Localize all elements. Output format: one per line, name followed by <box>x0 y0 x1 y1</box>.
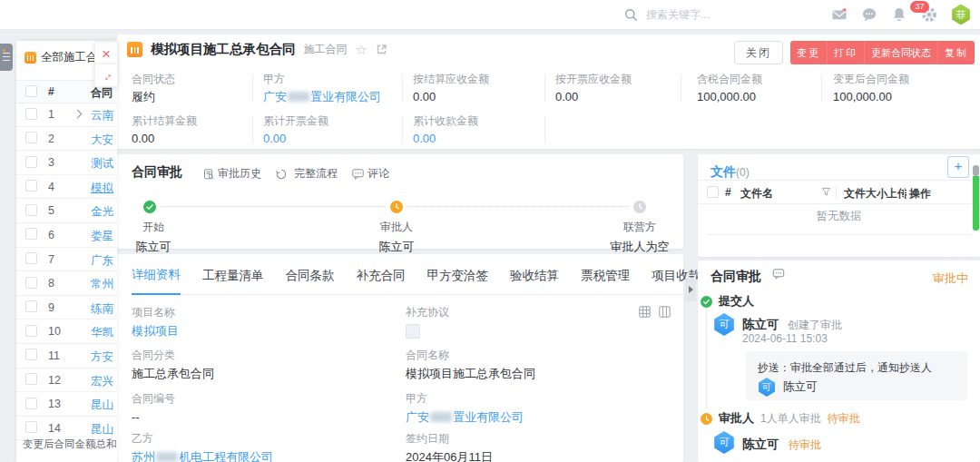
contract-row[interactable]: 3测试 <box>16 151 117 175</box>
field-cum-invoice: 累计开票金额 0.00 <box>263 114 328 145</box>
tab-detail-info[interactable]: 详细资料 <box>132 267 181 295</box>
supplement-checkbox[interactable] <box>406 324 420 339</box>
print-button[interactable]: 打印 <box>827 41 864 64</box>
divider <box>904 186 905 199</box>
field-party-a: 甲方 广安置业有限公司 <box>263 73 381 103</box>
favorite-star-icon[interactable] <box>356 42 368 58</box>
contract-link[interactable]: 昆山 <box>91 422 113 437</box>
submitter-avatar: 可 <box>713 313 735 336</box>
row-checkbox[interactable] <box>25 108 37 120</box>
row-expander-icon[interactable] <box>74 110 83 119</box>
files-select-all-checkbox[interactable] <box>707 186 719 198</box>
close-button[interactable]: 关闭 <box>734 41 783 64</box>
row-checkbox[interactable] <box>25 349 37 360</box>
open-external-icon[interactable] <box>376 44 387 55</box>
comment-link[interactable]: 评论 <box>352 166 389 182</box>
party-a-link[interactable]: 广安置业有限公司 <box>406 410 524 424</box>
divider <box>402 116 403 143</box>
submitter-time: 2024-06-11 15:03 <box>742 332 828 345</box>
table-view-icon[interactable] <box>639 306 651 318</box>
contract-link[interactable]: 测试 <box>91 156 113 172</box>
contract-link[interactable]: 常州 <box>91 277 113 292</box>
cum-invoice-link[interactable]: 0.00 <box>263 132 328 145</box>
contract-row[interactable]: 7广东 <box>16 248 117 272</box>
tab-boq[interactable]: 工程量清单 <box>202 268 264 294</box>
contract-row[interactable]: 2大安 <box>16 127 117 152</box>
contract-link[interactable]: 大安 <box>91 133 113 148</box>
contract-row[interactable]: 12宏兴 <box>16 369 117 393</box>
row-checkbox[interactable] <box>25 228 37 240</box>
tab-terms[interactable]: 合同条款 <box>286 268 335 294</box>
contract-row[interactable]: 13昆山 <box>16 392 117 417</box>
column-view-icon[interactable] <box>659 306 671 318</box>
contract-type-tag: 施工合同 <box>304 42 348 57</box>
filter-funnel-icon[interactable] <box>821 187 831 197</box>
mail-icon[interactable] <box>831 6 848 23</box>
row-checkbox[interactable] <box>25 277 37 289</box>
row-checkbox[interactable] <box>25 156 37 168</box>
page-title: 模拟项目施工总承包合同 <box>151 41 296 58</box>
divider <box>821 74 822 102</box>
contract-row[interactable]: 11方安 <box>16 344 117 369</box>
contract-row[interactable]: 10华凯 <box>16 319 117 344</box>
row-checkbox[interactable] <box>25 421 37 433</box>
chat-icon[interactable] <box>861 6 877 23</box>
row-checkbox[interactable] <box>25 204 37 216</box>
tab-invoice-tax[interactable]: 票税管理 <box>581 268 630 294</box>
add-file-button[interactable]: + <box>947 156 969 178</box>
party-b-link[interactable]: 苏州机电工程有限公司 <box>132 450 273 462</box>
full-flow-link[interactable]: 完整流程 <box>276 166 338 182</box>
row-checkbox[interactable] <box>25 300 37 312</box>
divider <box>836 186 837 199</box>
party-a-link[interactable]: 广安置业有限公司 <box>263 90 381 103</box>
row-checkbox[interactable] <box>25 373 37 385</box>
contract-link[interactable]: 宏兴 <box>91 374 113 389</box>
contract-row[interactable]: 6娄星 <box>16 223 117 248</box>
sidebar-collapse-handle[interactable] <box>0 44 13 71</box>
scrollbar[interactable] <box>973 162 979 234</box>
contract-link[interactable]: 练南 <box>91 301 113 317</box>
global-search-input[interactable]: 搜索关键字... <box>624 0 710 29</box>
check-circle-icon <box>701 296 712 308</box>
contract-link[interactable]: 娄星 <box>91 229 113 244</box>
contract-row[interactable]: 9练南 <box>16 296 117 320</box>
contract-link[interactable]: 昆山 <box>91 398 113 413</box>
scrollbar-thumb[interactable] <box>973 176 979 231</box>
row-checkbox[interactable] <box>25 180 37 192</box>
files-empty-state: 暂无数据 <box>698 209 980 224</box>
approval-history-link[interactable]: 审批历史 <box>203 166 261 182</box>
tab-acceptance[interactable]: 验收结算 <box>510 268 559 294</box>
scrollbar-segment[interactable] <box>973 165 979 176</box>
contract-link[interactable]: 模拟 <box>91 181 113 196</box>
contract-link[interactable]: 方安 <box>91 349 113 365</box>
row-checkbox[interactable] <box>25 398 37 409</box>
close-panel-button[interactable] <box>94 42 118 65</box>
contract-link[interactable]: 云南 <box>91 108 113 123</box>
contract-row[interactable]: 1云南 <box>16 103 117 127</box>
expand-panel-button[interactable] <box>94 64 118 87</box>
update-status-button[interactable]: 更新合同状态 <box>864 41 937 64</box>
app-window: 搜索关键字... 37 菲 全部施工合同 # <box>0 0 980 462</box>
contract-link[interactable]: 广东 <box>91 253 113 269</box>
tab-supplement[interactable]: 补充合同 <box>357 268 406 294</box>
contract-row[interactable]: 5金光 <box>16 199 117 223</box>
avatar[interactable]: 菲 <box>951 5 971 25</box>
project-link[interactable]: 模拟项目 <box>132 324 179 338</box>
redacted-text <box>156 452 178 462</box>
bell-icon[interactable] <box>891 6 907 23</box>
row-checkbox[interactable] <box>25 325 37 337</box>
change-button[interactable]: 变更 <box>790 41 827 64</box>
select-all-checkbox[interactable] <box>25 85 37 97</box>
contract-row[interactable]: 8常州 <box>16 271 117 296</box>
copy-button[interactable]: 复制 <box>937 41 975 64</box>
panel-collapse-handle[interactable] <box>685 278 696 301</box>
row-checkbox[interactable] <box>25 132 37 143</box>
row-checkbox[interactable] <box>25 252 37 264</box>
contract-link[interactable]: 金光 <box>91 204 113 220</box>
comment-icon[interactable] <box>772 269 785 280</box>
contract-row-selected[interactable]: 4模拟 <box>16 175 117 200</box>
contract-link[interactable]: 华凯 <box>91 325 113 340</box>
tab-party-a-change[interactable]: 甲方变洽签 <box>427 268 489 294</box>
field-contract-name: 合同名称 模拟项目施工总承包合同 <box>406 349 535 380</box>
cum-receipt-link[interactable]: 0.00 <box>413 132 478 145</box>
